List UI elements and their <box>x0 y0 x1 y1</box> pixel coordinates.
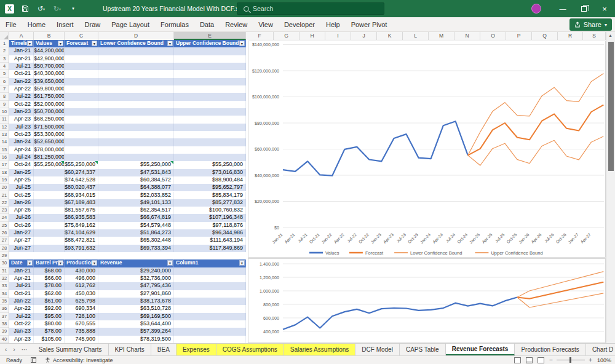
sheet-tab-cogs-assumptions[interactable]: COGS Assumptions <box>216 344 284 355</box>
table1-cell[interactable]: $74,642,528 <box>65 176 98 184</box>
table2-cell[interactable] <box>174 320 246 328</box>
close-button[interactable]: × <box>594 0 615 17</box>
row-header-12[interactable]: 12 <box>0 124 9 131</box>
table1-cell[interactable] <box>34 207 65 214</box>
ribbon-tab-data[interactable]: Data <box>194 17 220 32</box>
column-header-b[interactable]: B <box>34 32 65 40</box>
table2-cell[interactable]: $69,169,500 <box>98 313 174 320</box>
table2-cell[interactable]: $63,510,728 <box>98 305 174 312</box>
table1-header-timeline[interactable]: Timeline▾ <box>9 40 34 47</box>
row-header-9[interactable]: 9 <box>0 101 9 108</box>
table1-cell[interactable] <box>65 55 98 63</box>
table2-cell[interactable]: 625,798 <box>65 298 98 305</box>
ribbon-tab-review[interactable]: Review <box>220 17 253 32</box>
minimize-button[interactable]: — <box>552 0 573 17</box>
row-header-31[interactable]: 31 <box>0 267 9 275</box>
ribbon-tab-draw[interactable]: Draw <box>79 17 106 32</box>
table1-cell[interactable]: $61,750,000 <box>34 93 65 100</box>
series-line-lower-confidence-bound[interactable] <box>517 293 603 307</box>
table1-cell[interactable] <box>98 85 174 93</box>
table1-cell[interactable]: $95,652,797 <box>174 184 246 191</box>
table1-cell[interactable] <box>34 222 65 229</box>
table2-cell[interactable] <box>174 336 246 343</box>
column-header-q[interactable]: Q <box>532 32 558 40</box>
table1-cell[interactable] <box>174 101 246 108</box>
column-header-j[interactable]: J <box>351 32 377 40</box>
table2-cell[interactable]: $53,644,400 <box>98 320 174 328</box>
revenue-forecast-chart[interactable]: $0$20,000,000$40,000,000$60,000,000$80,0… <box>248 41 606 258</box>
table2-cell[interactable]: Apr-21 <box>9 275 34 282</box>
table2-cell[interactable]: $32,736,000 <box>98 275 174 282</box>
table2-cell[interactable] <box>174 328 246 335</box>
table1-cell[interactable]: $111,643,194 <box>174 237 246 244</box>
table1-cell[interactable] <box>34 169 65 176</box>
page-layout-view-icon[interactable] <box>526 357 533 363</box>
row-header-11[interactable]: 11 <box>0 116 9 123</box>
column-header-o[interactable]: O <box>480 32 506 40</box>
table1-cell[interactable]: Jan-23 <box>9 108 34 116</box>
table1-cell[interactable] <box>98 108 174 116</box>
table1-cell[interactable] <box>174 85 246 93</box>
save-icon[interactable] <box>20 4 30 14</box>
qat-customize-icon[interactable]: ▾ <box>68 4 78 14</box>
table1-cell[interactable] <box>98 55 174 63</box>
table1-cell[interactable]: $59,800,000 <box>34 85 65 93</box>
select-all-box[interactable] <box>0 32 9 40</box>
table1-cell[interactable]: $71,500,000 <box>34 124 65 131</box>
table1-cell[interactable]: Apr-25 <box>9 176 34 184</box>
table2-cell[interactable]: $61.00 <box>34 298 65 305</box>
column-header-m[interactable]: M <box>429 32 454 40</box>
row-header-18[interactable]: 18 <box>0 169 9 176</box>
row-header-1[interactable]: 1 <box>0 40 9 47</box>
share-button[interactable]: Share ▾ <box>569 18 612 31</box>
sheet-tab-revenue-forecasts[interactable]: Revenue Forecasts <box>446 344 515 355</box>
table2-cell[interactable]: $57,399,264 <box>98 328 174 335</box>
table1-cell[interactable] <box>98 124 174 131</box>
table1-cell[interactable] <box>34 192 65 199</box>
row-header-34[interactable]: 34 <box>0 290 9 298</box>
table1-cell[interactable]: $55,250,000 <box>174 161 246 168</box>
table1-cell[interactable]: $42,900,000 <box>34 55 65 63</box>
table1-cell[interactable] <box>34 176 65 184</box>
table1-cell[interactable]: $51,864,273 <box>98 229 174 237</box>
table1-cell[interactable]: $81,557,675 <box>65 207 98 214</box>
filter-dropdown-icon[interactable]: ▾ <box>167 260 173 266</box>
table1-cell[interactable] <box>65 63 98 70</box>
table2-cell[interactable]: $68.00 <box>34 267 65 275</box>
row-header-26[interactable]: 26 <box>0 229 9 237</box>
row-header-19[interactable]: 19 <box>0 176 9 184</box>
table1-cell[interactable]: $44,200,000 <box>34 47 65 55</box>
table1-cell[interactable] <box>65 70 98 77</box>
table2-cell[interactable]: $92.00 <box>34 305 65 312</box>
filter-dropdown-icon[interactable]: ▾ <box>167 41 173 46</box>
table1-cell[interactable]: $68,934,015 <box>65 192 98 199</box>
row-header-8[interactable]: 8 <box>0 93 9 100</box>
table1-cell[interactable]: $60,384,572 <box>98 176 174 184</box>
table1-cell[interactable] <box>65 101 98 108</box>
legend-label[interactable]: Values <box>325 250 339 256</box>
table1-cell[interactable]: Jan-27 <box>9 229 34 237</box>
table1-cell[interactable] <box>174 55 246 63</box>
table1-cell[interactable] <box>34 199 65 207</box>
column-header-r[interactable]: R <box>558 32 583 40</box>
table1-cell[interactable] <box>174 78 246 85</box>
legend-label[interactable]: Lower Confidence Bound <box>410 250 462 256</box>
table1-cell[interactable] <box>65 116 98 123</box>
table1-cell[interactable] <box>65 93 98 100</box>
table2-cell[interactable] <box>174 290 246 298</box>
filter-dropdown-icon[interactable]: ▾ <box>239 41 245 46</box>
table1-cell[interactable]: $88,472,821 <box>65 237 98 244</box>
normal-view-icon[interactable] <box>514 357 521 363</box>
table1-cell[interactable]: Jan-25 <box>9 169 34 176</box>
table2-cell[interactable]: $80.00 <box>34 320 65 328</box>
table1-cell[interactable]: Jul-23 <box>9 124 34 131</box>
table2-cell[interactable]: 430,000 <box>65 267 98 275</box>
table1-cell[interactable] <box>98 154 174 161</box>
table1-cell[interactable]: $68,250,000 <box>34 116 65 123</box>
sheet-tab-dcf-model[interactable]: DCF Model <box>355 344 400 355</box>
filter-dropdown-icon[interactable]: ▾ <box>92 41 97 46</box>
column-header-k[interactable]: K <box>377 32 403 40</box>
table2-cell[interactable]: $66.00 <box>34 275 65 282</box>
table1-cell[interactable] <box>34 229 65 237</box>
column-header-h[interactable]: H <box>300 32 325 40</box>
